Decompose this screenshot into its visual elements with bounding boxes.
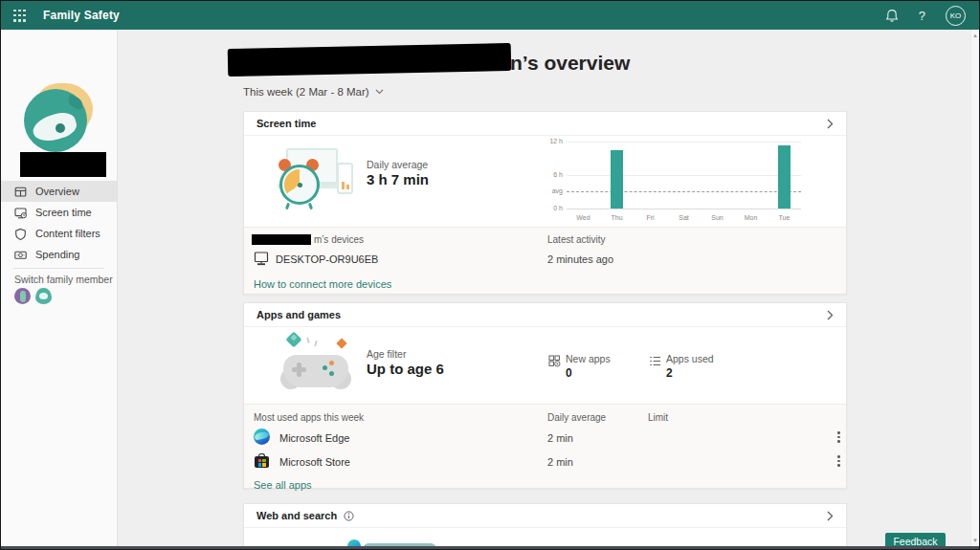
scrollbar-down-arrow[interactable]: ▼ — [971, 538, 979, 543]
window-bottom-border — [1, 546, 979, 549]
devices-owner-redacted — [252, 234, 311, 245]
app-row-more-options-icon[interactable] — [835, 453, 842, 469]
chart-ytick-label: 12 h — [538, 138, 563, 144]
desktop-device-icon — [254, 251, 269, 270]
chart-xtick-label: Tue — [768, 214, 801, 221]
sidebar-item-content-filters[interactable]: Content filters — [1, 223, 117, 244]
chart-xtick-label: Sun — [702, 214, 734, 221]
new-apps-label: New apps — [566, 353, 611, 364]
overview-icon — [14, 186, 27, 198]
game-controller-illustration — [278, 332, 353, 393]
see-all-apps-link[interactable]: See all apps — [254, 479, 312, 491]
app-row-more-options-icon[interactable] — [835, 429, 842, 445]
daily-average-label: Daily average — [367, 159, 428, 170]
chart-xtick-label: Thu — [601, 214, 634, 221]
daily-average-value: 3 h 7 min — [367, 171, 429, 187]
chart-bar — [778, 145, 791, 209]
app-title: Family Safety — [43, 9, 120, 22]
web-and-search-card: Web and search — [243, 503, 847, 550]
chevron-right-icon — [827, 511, 834, 521]
top-app-bar: Family Safety ? KO — [1, 1, 979, 30]
content-filters-shield-icon — [14, 228, 27, 240]
chart-xtick-label: Fri — [635, 214, 667, 221]
apps-used-label: Apps used — [666, 353, 714, 364]
vertical-scrollbar[interactable]: ▲ ▼ — [970, 30, 979, 546]
family-member-switcher — [14, 288, 52, 304]
sidebar-item-label: Overview — [35, 186, 79, 197]
account-avatar[interactable]: KO — [946, 6, 966, 26]
family-member-avatar — [24, 83, 95, 154]
help-icon[interactable]: ? — [919, 9, 925, 23]
family-member-avatar-1[interactable] — [14, 288, 31, 304]
screen-time-illustration — [275, 148, 353, 209]
daily-average-column-label: Daily average — [547, 412, 606, 423]
chart-ytick-label: 6 h — [538, 171, 563, 178]
sidebar-item-spending[interactable]: Spending — [1, 244, 117, 265]
web-and-search-card-header[interactable]: Web and search — [244, 504, 846, 528]
sidebar-nav: Overview Screen time Content filters Spe… — [1, 181, 117, 265]
switch-family-member-label: Switch family member — [14, 274, 113, 285]
chart-bar — [611, 150, 623, 209]
microsoft-edge-icon — [254, 429, 270, 445]
sidebar-item-label: Spending — [35, 249, 80, 260]
week-range-dropdown[interactable]: This week (2 Mar - 8 Mar) — [243, 86, 384, 98]
devices-label: m’s devices — [314, 234, 364, 245]
spending-icon — [14, 249, 27, 261]
microsoft-store-icon — [254, 452, 270, 469]
avatar-sloth-circle — [24, 89, 87, 152]
sidebar-divider — [13, 268, 104, 269]
sidebar-item-label: Screen time — [35, 207, 92, 218]
week-range-label: This week (2 Mar - 8 Mar) — [243, 86, 369, 98]
sidebar-item-overview[interactable]: Overview — [1, 181, 117, 202]
sidebar: Overview Screen time Content filters Spe… — [1, 30, 118, 546]
apps-and-games-card: Apps and games Age filter Up to age 6 Ne… — [243, 302, 847, 489]
most-used-apps-column-label: Most used apps this week — [254, 412, 364, 423]
connect-more-devices-link[interactable]: How to connect more devices — [254, 278, 391, 290]
app-launcher-waffle-icon[interactable] — [13, 10, 26, 22]
latest-activity-column-label: Latest activity — [547, 234, 606, 245]
card-title: Web and search — [256, 510, 337, 521]
chart-average-line — [567, 191, 801, 192]
chart-gridline — [567, 175, 801, 176]
page-title-redacted-name — [228, 43, 512, 77]
info-icon[interactable] — [344, 511, 354, 521]
app-row-daily-average: 2 min — [547, 456, 573, 468]
screen-time-card-header[interactable]: Screen time — [244, 112, 846, 136]
main-content: n’s overview This week (2 Mar - 8 Mar) S… — [119, 30, 979, 546]
age-filter-value: Up to age 6 — [367, 361, 444, 377]
age-filter-label: Age filter — [367, 348, 406, 360]
app-row-name: Microsoft Store — [279, 456, 350, 468]
chart-xtick-label: Wed — [568, 214, 600, 221]
devices-section: m’s devices Latest activity DESKTOP-OR9U… — [244, 227, 846, 294]
scrollbar-up-arrow[interactable]: ▲ — [971, 33, 979, 38]
app-row-name: Microsoft Edge — [279, 432, 349, 444]
family-safety-window: Family Safety ? KO Overview — [0, 0, 980, 550]
family-member-avatar-2[interactable] — [35, 288, 52, 304]
sidebar-item-label: Content filters — [35, 228, 100, 239]
notifications-bell-icon[interactable] — [885, 9, 899, 23]
page-title: n’s overview — [510, 52, 630, 75]
chart-ytick-label: 0 h — [538, 205, 563, 211]
chevron-right-icon — [827, 310, 834, 320]
chart-gridline — [567, 142, 801, 143]
app-row-daily-average: 2 min — [547, 432, 573, 444]
apps-and-games-card-header[interactable]: Apps and games — [244, 303, 846, 327]
most-used-apps-section: Most used apps this week Daily average L… — [244, 404, 846, 488]
new-apps-icon — [548, 354, 561, 371]
chart-ytick-label: avg — [538, 187, 563, 194]
apps-used-value: 2 — [666, 366, 673, 380]
card-title: Screen time — [256, 118, 316, 129]
screen-time-chart: 12 h6 havg0 hWedThuFriSatSunMonTue — [538, 137, 817, 227]
sidebar-item-screen-time[interactable]: Screen time — [1, 202, 117, 223]
card-title: Apps and games — [256, 309, 341, 320]
screen-time-icon — [14, 207, 27, 219]
limit-column-label: Limit — [648, 412, 668, 423]
member-name-redacted — [20, 152, 106, 177]
chart-xtick-label: Sat — [668, 214, 701, 221]
chart-gridline — [567, 209, 801, 209]
chart-xtick-label: Mon — [735, 214, 768, 221]
device-latest-activity: 2 minutes ago — [547, 253, 613, 265]
apps-used-icon — [649, 354, 661, 371]
screen-time-card: Screen time Daily average 3 h 7 min 12 h… — [243, 111, 847, 295]
chevron-down-icon — [375, 89, 384, 95]
